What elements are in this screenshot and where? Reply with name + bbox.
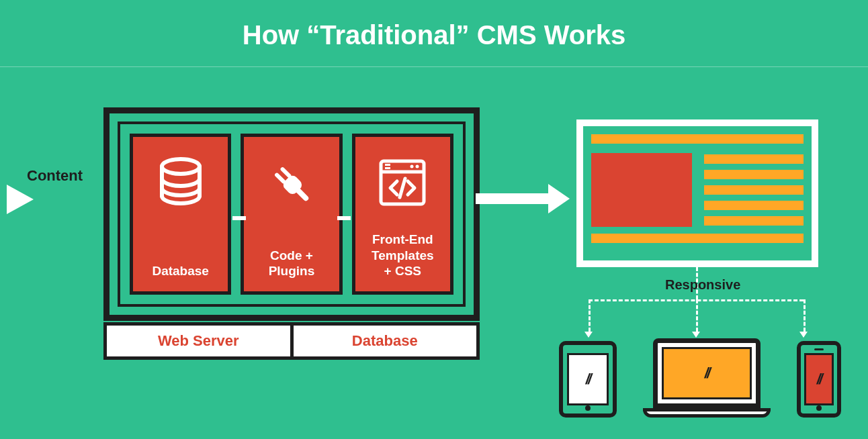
svg-point-6 [410, 165, 414, 168]
svg-point-7 [416, 165, 419, 168]
svg-rect-8 [385, 164, 390, 166]
cms-footer-row: Web Server Database [103, 322, 480, 360]
diagram-stage: Content [0, 67, 868, 430]
card-label: Code + Plugins [269, 248, 315, 280]
dashed-arrowhead-icon [692, 332, 700, 338]
dashed-connector [589, 299, 591, 332]
footer-database: Database [294, 322, 480, 360]
mock-hero-block [591, 153, 692, 227]
card-code-plugins: Code + Plugins [241, 134, 342, 295]
tablet-icon: // [559, 341, 617, 418]
dashed-connector [696, 299, 698, 332]
smartphone-icon: // [797, 341, 841, 418]
responsive-label: Responsive [665, 277, 740, 293]
devices-row: // // // [559, 338, 841, 418]
card-label: Front-End Templates + CSS [372, 232, 434, 279]
card-frontend-templates: Front-End Templates + CSS [352, 134, 453, 295]
mock-header-bar [591, 134, 804, 144]
card-database: Database [130, 134, 231, 295]
footer-web-server: Web Server [103, 322, 294, 360]
card-label: Database [152, 263, 209, 279]
svg-point-0 [162, 159, 200, 174]
laptop-icon: // [643, 338, 771, 418]
dashed-connector [804, 299, 806, 332]
page-title: How “Traditional” CMS Works [0, 0, 868, 66]
cms-container: Database Code + Plugins [103, 107, 480, 321]
website-mockup [576, 119, 818, 267]
dashed-arrowhead-icon [799, 332, 808, 338]
output-arrow-icon [476, 193, 550, 204]
mock-footer-bar [591, 234, 804, 243]
dashed-arrowhead-icon [584, 332, 593, 338]
input-arrow-icon [7, 185, 34, 214]
content-input-label: Content [27, 167, 83, 185]
connector-segment-icon [337, 216, 351, 220]
cms-inner-row: Database Code + Plugins [118, 121, 466, 307]
mock-text-lines [704, 153, 804, 227]
plug-icon [244, 157, 339, 211]
connector-segment-icon [232, 216, 246, 220]
svg-rect-9 [385, 167, 390, 169]
template-code-icon [355, 157, 450, 208]
database-icon [133, 157, 228, 211]
